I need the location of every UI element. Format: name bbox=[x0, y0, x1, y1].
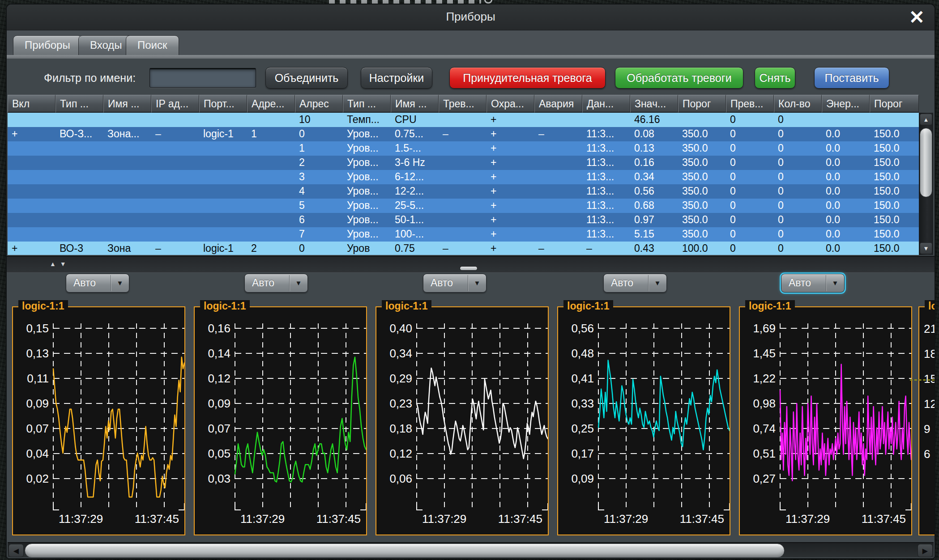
horizontal-scrollbar[interactable]: ◀ ▶ bbox=[8, 542, 934, 557]
table-cell: + bbox=[487, 156, 534, 170]
table-cell bbox=[8, 227, 55, 242]
table-cell: 3-6 Hz bbox=[391, 156, 439, 170]
svg-text:1,22: 1,22 bbox=[753, 372, 776, 385]
splitter-down-icon[interactable]: ▼ bbox=[60, 260, 66, 267]
table-cell bbox=[55, 141, 103, 156]
toolbar-button-1[interactable]: Объединить bbox=[265, 67, 348, 89]
splitter-grip[interactable] bbox=[460, 266, 478, 271]
svg-text:11:37:29: 11:37:29 bbox=[785, 512, 830, 526]
column-header[interactable]: Адре... bbox=[247, 95, 295, 113]
table-cell: 0.0 bbox=[822, 184, 870, 199]
table-row[interactable]: +ВО-3Зона–logic-120Уров0.75–+––0.43100.0… bbox=[8, 242, 919, 255]
scale-combo-2[interactable]: Авто▼ bbox=[244, 274, 308, 293]
table-cell: 3 bbox=[295, 170, 343, 184]
table-cell: Уров... bbox=[343, 227, 391, 242]
chart-card: logic-1:10,150,130,110,090,070,040,0211:… bbox=[12, 306, 185, 535]
scale-combo-4[interactable]: Авто▼ bbox=[603, 274, 667, 293]
table-cell bbox=[199, 213, 247, 227]
table-cell: – bbox=[439, 127, 487, 141]
table-row[interactable]: 10Темп...CPU+46.1600 bbox=[8, 113, 919, 127]
column-header[interactable]: Имя ... bbox=[391, 95, 439, 113]
svg-text:0,25: 0,25 bbox=[571, 422, 594, 435]
chevron-down-icon[interactable]: ▼ bbox=[111, 274, 129, 292]
close-icon[interactable]: ✕ bbox=[909, 6, 925, 29]
toolbar-button-3[interactable]: Принудительная тревога bbox=[449, 67, 606, 89]
column-header[interactable]: IP ад... bbox=[151, 95, 199, 113]
column-header[interactable]: Кол-во bbox=[774, 95, 822, 113]
column-header[interactable]: Дан... bbox=[582, 95, 630, 113]
scroll-left-icon[interactable]: ◀ bbox=[9, 544, 24, 557]
svg-text:1,69: 1,69 bbox=[753, 322, 776, 335]
tab-devices[interactable]: Приборы bbox=[13, 35, 82, 55]
table-cell bbox=[8, 156, 55, 170]
svg-text:0,33: 0,33 bbox=[571, 397, 594, 410]
toolbar-button-6[interactable]: Поставить bbox=[814, 67, 889, 89]
table-cell: 150.0 bbox=[870, 156, 919, 170]
table-row[interactable]: 7Уров...100-...+11:3...5.15350.0000.0150… bbox=[8, 227, 919, 242]
chevron-down-icon[interactable]: ▼ bbox=[468, 274, 486, 292]
tab-inputs[interactable]: Входы bbox=[78, 35, 134, 55]
background-clipped-icon bbox=[484, 0, 492, 4]
table-cell: 0.0 bbox=[822, 213, 870, 227]
column-header[interactable]: Порог bbox=[870, 95, 919, 113]
column-header[interactable]: Имя ... bbox=[103, 95, 151, 113]
table-cell: 150.0 bbox=[870, 213, 919, 227]
tab-search[interactable]: Поиск bbox=[126, 35, 179, 55]
column-header[interactable]: Энер... bbox=[822, 95, 870, 113]
table-row[interactable]: 4Уров...12-2...+11:3...0.56350.0000.0150… bbox=[8, 184, 919, 199]
column-header[interactable]: Прев... bbox=[726, 95, 774, 113]
column-header[interactable]: Авария bbox=[534, 95, 582, 113]
table-cell: – bbox=[151, 127, 199, 141]
table-row[interactable]: 5Уров...25-5...+11:3...0.68350.0000.0150… bbox=[8, 199, 919, 213]
column-header[interactable]: Тип ... bbox=[55, 95, 103, 113]
column-header[interactable]: Вкл bbox=[8, 95, 55, 113]
tab-strip bbox=[7, 55, 935, 59]
column-header[interactable]: Тип ... bbox=[343, 95, 391, 113]
chevron-down-icon[interactable]: ▼ bbox=[826, 274, 844, 292]
column-header[interactable]: Охра... bbox=[487, 95, 534, 113]
toolbar-button-4[interactable]: Обработать тревоги bbox=[615, 67, 743, 89]
scale-combo-1[interactable]: Авто▼ bbox=[66, 274, 129, 293]
scroll-down-icon[interactable]: ▼ bbox=[920, 242, 932, 254]
splitter-up-icon[interactable]: ▲ bbox=[50, 260, 56, 267]
table-row[interactable]: 6Уров...50-1...+11:3...0.97350.0000.0150… bbox=[8, 213, 919, 227]
splitter-arrows[interactable]: ▲▼ bbox=[50, 260, 70, 267]
table-cell: 0 bbox=[726, 242, 774, 255]
column-header[interactable]: Знач... bbox=[630, 95, 678, 113]
column-header[interactable]: Порог bbox=[678, 95, 726, 113]
table-cell: logic-1 bbox=[199, 127, 247, 141]
table-cell bbox=[8, 141, 55, 156]
toolbar-button-5[interactable]: Снять bbox=[755, 67, 795, 89]
scale-combo-3[interactable]: Авто▼ bbox=[423, 274, 487, 293]
chevron-down-icon[interactable]: ▼ bbox=[290, 274, 307, 292]
table-cell bbox=[103, 184, 151, 199]
svg-text:0,12: 0,12 bbox=[389, 447, 412, 460]
table-row[interactable]: 2Уров...3-6 Hz+11:3...0.16350.0000.0150.… bbox=[8, 156, 919, 170]
scroll-right-icon[interactable]: ▶ bbox=[918, 544, 933, 557]
chart-card: logic-1:10,560,480,410,330,250,170,0911:… bbox=[557, 306, 730, 535]
column-header[interactable]: Порт... bbox=[199, 95, 247, 113]
svg-text:0,27: 0,27 bbox=[753, 472, 776, 485]
table-cell: 11:3... bbox=[582, 141, 630, 156]
toolbar-button-2[interactable]: Настройки bbox=[361, 67, 432, 89]
horizontal-scrollbar-thumb[interactable] bbox=[25, 543, 785, 558]
table-vertical-scrollbar[interactable]: ▲ ▼ bbox=[919, 113, 933, 255]
table-cell bbox=[247, 113, 295, 127]
chevron-down-icon[interactable]: ▼ bbox=[649, 274, 666, 292]
table-row[interactable]: 3Уров...6-12...+11:3...0.34350.0000.0150… bbox=[8, 170, 919, 184]
table-cell: 0.34 bbox=[630, 170, 678, 184]
column-header[interactable]: Алрес bbox=[295, 95, 343, 113]
scale-combo-5[interactable]: Авто▼ bbox=[781, 274, 845, 293]
svg-text:0,13: 0,13 bbox=[26, 347, 49, 360]
table-row[interactable]: +ВО-З...Зона...–logic-110Уров...0.75...–… bbox=[8, 127, 919, 141]
table-cell: logic-1 bbox=[199, 242, 247, 255]
scroll-up-icon[interactable]: ▲ bbox=[920, 114, 932, 125]
table-cell: + bbox=[487, 213, 534, 227]
table-cell: ВО-З... bbox=[55, 127, 103, 141]
chart-plot: 0,150,130,110,090,070,040,0211:37:2911:3… bbox=[13, 307, 184, 535]
table-row[interactable]: 1Уров...1.5-...+11:3...0.13350.0000.0150… bbox=[8, 141, 919, 156]
table-cell bbox=[534, 141, 582, 156]
vertical-scrollbar-thumb[interactable] bbox=[920, 128, 932, 197]
filter-input[interactable] bbox=[149, 68, 256, 88]
column-header[interactable]: Трев... bbox=[439, 95, 487, 113]
